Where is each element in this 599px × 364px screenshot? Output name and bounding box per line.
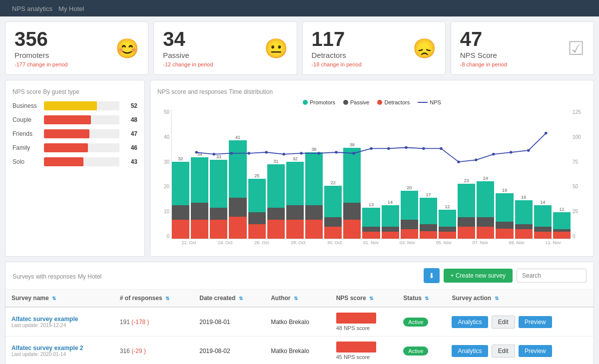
col-header-1: # of responses ⇅ <box>114 290 193 307</box>
col-header-0: Survey name ⇅ <box>5 290 114 307</box>
stacked-bar <box>248 179 266 239</box>
sort-icon[interactable]: ⇅ <box>239 296 243 301</box>
card-number: 34 <box>163 29 213 49</box>
y-right-label: 100 <box>573 134 587 140</box>
app-title: NPS analytics <box>12 5 52 12</box>
detractors-segment <box>458 227 475 239</box>
nps-dot <box>422 147 425 150</box>
survey-name[interactable]: Alfatec survey example <box>11 316 108 323</box>
nps-score-cell: 45 NPS score <box>330 337 398 364</box>
bar-total-label: 16 <box>521 195 526 200</box>
nps-dot <box>545 132 548 135</box>
detractors-segment <box>477 227 494 239</box>
sort-icon[interactable]: ⇅ <box>425 296 429 301</box>
stacked-bar <box>401 191 418 239</box>
sort-icon[interactable]: ⇅ <box>165 296 169 301</box>
nps-dot <box>370 147 373 150</box>
passive-segment <box>496 222 513 229</box>
surveys-table: Survey name ⇅# of responses ⇅Date create… <box>5 290 594 364</box>
promoters-segment <box>191 157 208 203</box>
sort-icon[interactable]: ⇅ <box>294 296 298 301</box>
passive-segment <box>362 227 380 232</box>
edit-button[interactable]: Edit <box>492 316 515 329</box>
sort-icon[interactable]: ⇅ <box>369 296 373 301</box>
bar-group-2: 33 <box>210 154 227 239</box>
bar-total-label: 11 <box>559 207 564 212</box>
edit-button[interactable]: Edit <box>492 345 515 358</box>
x-label: 24. Oct <box>208 240 243 249</box>
bar-group-8: 22 <box>324 180 342 239</box>
table-row: Alfatec survey example Last update: 2019… <box>5 307 594 337</box>
nps-dot <box>265 151 268 154</box>
responses-change: (-178 ) <box>131 319 149 326</box>
guest-label: Friends <box>12 130 40 137</box>
preview-button[interactable]: Preview <box>519 316 552 328</box>
responses-cell: 191 (-178 ) <box>114 307 193 337</box>
chart-area: 50403020100 32 34 33 41 <box>157 109 587 249</box>
search-input[interactable] <box>517 269 587 283</box>
bar-group-1: 34 <box>191 152 208 239</box>
stacked-bar <box>191 157 208 239</box>
responses-count: 316 <box>120 348 131 355</box>
stat-card-2: 117 Detractors -18 change in period 😞 <box>302 21 446 75</box>
guest-label: Solo <box>12 158 40 165</box>
date-created-cell: 2019-08-02 <box>193 337 265 364</box>
stacked-bar <box>534 205 552 239</box>
detractors-segment <box>515 229 533 239</box>
analytics-button[interactable]: Analytics <box>452 316 488 328</box>
x-labels: 22. Oct24. Oct26. Oct28. Oct30. Oct01. N… <box>171 240 571 249</box>
responses-cell: 316 (-29 ) <box>114 337 193 364</box>
guest-bar <box>44 115 119 124</box>
status-badge: Active <box>403 318 428 327</box>
detractors-segment <box>534 232 552 239</box>
sort-icon[interactable]: ⇅ <box>495 296 499 301</box>
guest-row-couple: Couple 48 <box>12 115 137 124</box>
promoters-segment <box>496 193 513 222</box>
detractors-segment <box>172 220 189 239</box>
promoters-segment <box>324 186 342 217</box>
create-survey-button[interactable]: + Create new survey <box>444 269 513 283</box>
bar-group-5: 31 <box>267 159 285 239</box>
stacked-bar <box>496 193 513 239</box>
bar-fill <box>44 101 97 110</box>
legend-dot <box>377 100 382 105</box>
bar-total-label: 12 <box>445 204 450 209</box>
bar-group-13: 17 <box>420 192 437 239</box>
bar-group-9: 38 <box>343 142 361 239</box>
survey-name[interactable]: Alfatec survey example 2 <box>11 345 108 352</box>
passive-segment <box>534 227 552 232</box>
actions-cell: Analytics Edit Preview <box>446 337 594 364</box>
card-change: -12 change in period <box>163 61 213 67</box>
analytics-button[interactable]: Analytics <box>452 345 488 357</box>
stacked-bar <box>172 162 189 239</box>
col-header-3: Author ⇅ <box>265 290 330 307</box>
nps-line-path <box>196 133 546 162</box>
x-label: 09. Nov <box>499 240 534 249</box>
detractors-segment <box>305 220 323 239</box>
download-button[interactable]: ⬇ <box>424 268 440 283</box>
passive-segment <box>267 208 285 220</box>
detractors-segment <box>439 232 456 239</box>
header-bar: NPS analytics My Hotel <box>0 0 599 16</box>
stacked-bar <box>305 152 323 239</box>
promoters-segment <box>420 198 437 224</box>
nps-dot <box>405 146 408 149</box>
detractors-segment <box>191 220 208 239</box>
passive-segment <box>324 217 342 227</box>
nps-dot <box>475 159 478 162</box>
y-right-label: 25 <box>573 209 587 214</box>
col-header-4: NPS score ⇅ <box>330 290 398 307</box>
bar-group-17: 19 <box>496 188 513 239</box>
nps-score-cell: 48 NPS score <box>330 307 398 337</box>
date-created-cell: 2019-08-01 <box>193 307 265 337</box>
bar-fill <box>44 157 83 166</box>
promoters-segment <box>210 160 227 208</box>
sort-icon[interactable]: ⇅ <box>52 296 56 301</box>
bar-total-label: 33 <box>216 154 221 159</box>
bar-total-label: 14 <box>388 200 393 205</box>
preview-button[interactable]: Preview <box>519 345 552 357</box>
bar-group-12: 20 <box>401 185 418 239</box>
detractors-segment <box>286 220 304 239</box>
bar-total-label: 34 <box>197 152 202 157</box>
legend-item-passive: Passive <box>343 99 370 105</box>
